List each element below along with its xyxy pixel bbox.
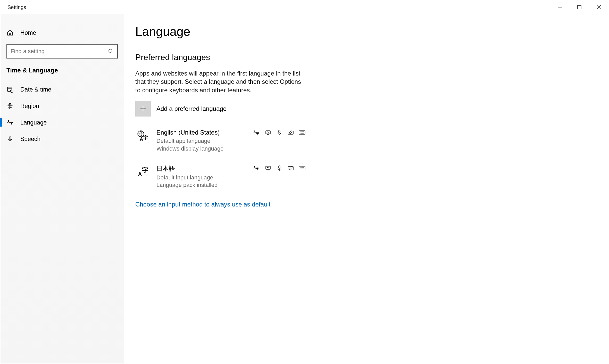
page-title: Language [135, 24, 597, 39]
feature-icons: A字 [253, 129, 305, 136]
keyboard-icon [299, 129, 305, 136]
svg-text:字: 字 [142, 167, 148, 173]
language-subtext: Windows display language [156, 145, 247, 153]
language-item-english[interactable]: A 字 English (United States) Default app … [135, 129, 305, 152]
translate-icon: A字 [6, 119, 14, 126]
svg-text:字: 字 [256, 132, 259, 135]
svg-line-5 [112, 52, 113, 54]
window-controls [550, 0, 609, 14]
svg-point-4 [109, 49, 112, 53]
sidebar-home[interactable]: Home [0, 24, 124, 41]
translate-icon: A 字 [135, 164, 150, 179]
svg-rect-21 [279, 130, 280, 133]
svg-rect-1 [578, 5, 581, 9]
default-input-method-link[interactable]: Choose an input method to always use as … [135, 201, 597, 208]
minimize-button[interactable] [550, 0, 570, 14]
calendar-clock-icon [6, 86, 14, 93]
globe-icon [6, 102, 14, 110]
language-subtext: Default input language [156, 174, 247, 181]
sidebar: Home Time & Language Date & time Region … [0, 14, 124, 364]
svg-text:字: 字 [143, 135, 148, 140]
microphone-icon [6, 135, 14, 143]
handwriting-icon [287, 129, 294, 136]
sidebar-item-date-time[interactable]: Date & time [0, 81, 124, 98]
sidebar-item-label: Language [20, 119, 47, 126]
svg-text:A: A [254, 166, 256, 169]
display-icon [265, 165, 271, 171]
language-item-japanese[interactable]: A 字 日本語 Default input language Language … [135, 164, 305, 189]
svg-rect-23 [299, 131, 305, 134]
add-language-button[interactable]: Add a preferred language [135, 101, 597, 117]
plus-icon [135, 101, 151, 117]
text-to-speech-icon: A字 [253, 129, 260, 136]
titlebar: Settings [0, 0, 609, 14]
svg-rect-12 [9, 137, 11, 139]
sidebar-item-label: Date & time [20, 86, 51, 93]
section-heading: Preferred languages [135, 53, 597, 62]
home-icon [6, 29, 14, 36]
sidebar-item-label: Speech [20, 136, 40, 143]
search-box[interactable] [6, 44, 118, 59]
section-description: Apps and websites will appear in the fir… [135, 69, 305, 94]
sidebar-item-language[interactable]: A字 Language [0, 114, 124, 131]
text-to-speech-icon: A字 [253, 165, 260, 171]
language-subtext: Default app language [156, 137, 247, 145]
language-name: 日本語 [156, 164, 247, 173]
svg-text:字: 字 [256, 167, 259, 170]
svg-rect-36 [299, 166, 305, 170]
window-title: Settings [7, 4, 26, 10]
svg-text:A: A [254, 130, 256, 133]
keyboard-icon [299, 165, 305, 171]
sidebar-item-region[interactable]: Region [0, 98, 124, 114]
globe-translate-icon: A 字 [135, 129, 150, 143]
speech-icon [276, 129, 283, 136]
language-name: English (United States) [156, 129, 247, 136]
feature-icons: A字 [253, 164, 305, 171]
svg-text:字: 字 [10, 122, 13, 126]
sidebar-home-label: Home [20, 29, 36, 36]
content-area: Language Preferred languages Apps and we… [124, 14, 609, 364]
display-icon [265, 129, 271, 136]
handwriting-icon [287, 165, 294, 171]
svg-text:A: A [140, 137, 143, 142]
language-subtext: Language pack installed [156, 181, 247, 189]
sidebar-item-label: Region [20, 103, 39, 110]
sidebar-category: Time & Language [6, 67, 118, 74]
svg-rect-34 [279, 166, 280, 168]
add-language-label: Add a preferred language [156, 105, 227, 112]
maximize-button[interactable] [570, 0, 589, 14]
search-icon [108, 48, 114, 54]
sidebar-item-speech[interactable]: Speech [0, 131, 124, 147]
search-input[interactable] [11, 48, 108, 55]
close-button[interactable] [589, 0, 609, 14]
speech-icon [276, 165, 283, 171]
